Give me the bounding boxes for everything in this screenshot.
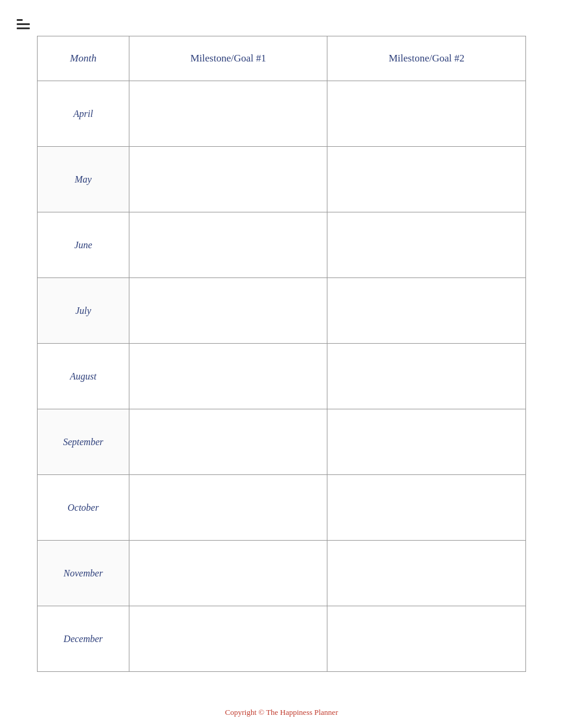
cell-milestone2[interactable] bbox=[327, 409, 526, 475]
cell-milestone1[interactable] bbox=[129, 475, 327, 541]
table-row: April bbox=[38, 81, 526, 147]
cell-month: October bbox=[38, 475, 129, 541]
cell-month: August bbox=[38, 344, 129, 409]
cell-month: May bbox=[38, 147, 129, 212]
menu-icon[interactable] bbox=[17, 17, 30, 32]
cell-milestone1[interactable] bbox=[129, 278, 327, 344]
cell-month: July bbox=[38, 278, 129, 344]
table-row: June bbox=[38, 212, 526, 278]
copyright-text: Copyright © The Happiness Planner bbox=[225, 708, 338, 717]
table-row: October bbox=[38, 475, 526, 541]
planner-table-wrapper: Month Milestone/Goal #1 Milestone/Goal #… bbox=[37, 36, 526, 672]
table-row: September bbox=[38, 409, 526, 475]
cell-milestone1[interactable] bbox=[129, 81, 327, 147]
cell-month: April bbox=[38, 81, 129, 147]
table-header-row: Month Milestone/Goal #1 Milestone/Goal #… bbox=[38, 36, 526, 81]
table-row: August bbox=[38, 344, 526, 409]
cell-milestone1[interactable] bbox=[129, 541, 327, 606]
cell-milestone1[interactable] bbox=[129, 606, 327, 672]
cell-milestone2[interactable] bbox=[327, 475, 526, 541]
cell-milestone1[interactable] bbox=[129, 409, 327, 475]
cell-milestone1[interactable] bbox=[129, 147, 327, 212]
cell-month: June bbox=[38, 212, 129, 278]
table-row: December bbox=[38, 606, 526, 672]
cell-milestone2[interactable] bbox=[327, 541, 526, 606]
table-row: November bbox=[38, 541, 526, 606]
column-header-month: Month bbox=[38, 36, 129, 81]
cell-month: September bbox=[38, 409, 129, 475]
cell-month: December bbox=[38, 606, 129, 672]
cell-month: November bbox=[38, 541, 129, 606]
column-header-milestone2: Milestone/Goal #2 bbox=[327, 36, 526, 81]
column-header-milestone1: Milestone/Goal #1 bbox=[129, 36, 327, 81]
table-row: July bbox=[38, 278, 526, 344]
cell-milestone1[interactable] bbox=[129, 344, 327, 409]
cell-milestone2[interactable] bbox=[327, 606, 526, 672]
cell-milestone2[interactable] bbox=[327, 344, 526, 409]
cell-milestone2[interactable] bbox=[327, 147, 526, 212]
cell-milestone2[interactable] bbox=[327, 81, 526, 147]
table-row: May bbox=[38, 147, 526, 212]
planner-table: Month Milestone/Goal #1 Milestone/Goal #… bbox=[37, 36, 526, 672]
cell-milestone1[interactable] bbox=[129, 212, 327, 278]
footer: Copyright © The Happiness Planner bbox=[0, 696, 563, 728]
cell-milestone2[interactable] bbox=[327, 212, 526, 278]
cell-milestone2[interactable] bbox=[327, 278, 526, 344]
